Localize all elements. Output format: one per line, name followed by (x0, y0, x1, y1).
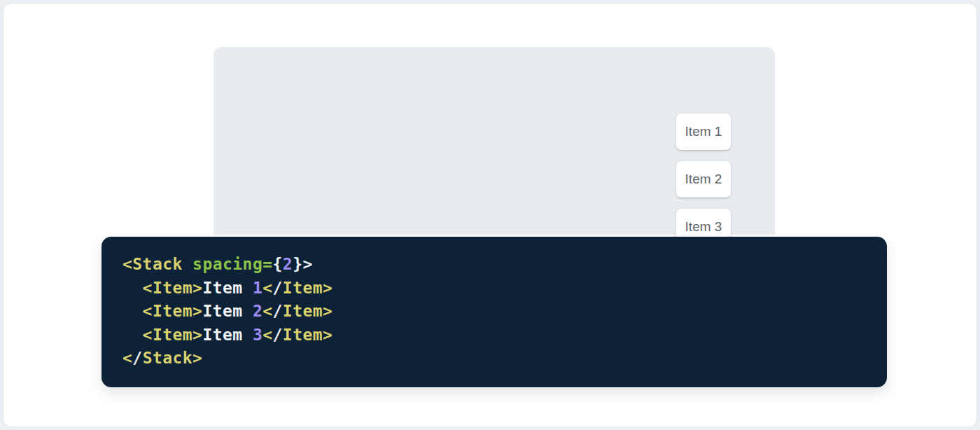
page: Item 1 Item 2 Item 3 <Stack spacing={2}>… (3, 3, 977, 427)
code-token-punct: / (273, 279, 283, 297)
stack-item-label: Item 2 (685, 172, 722, 187)
code-token-punct: / (273, 302, 283, 320)
code-token-tag: <Item> (143, 326, 203, 344)
code-token-num: 2 (283, 255, 293, 273)
code-token-tag: Item> (283, 279, 333, 297)
code-token-punct: { (273, 255, 283, 273)
code-token-num: 1 (253, 279, 262, 297)
code-line: <Item>Item 1</Item> (122, 277, 866, 300)
code-token-num: 3 (253, 326, 262, 344)
code-token-num: 2 (253, 302, 262, 320)
code-token-tag: < (262, 279, 272, 297)
code-line: <Item>Item 2</Item> (122, 300, 866, 324)
code-token-tag: < (262, 302, 272, 320)
code-token-text: Item (202, 302, 253, 320)
code-token-tag: Item> (283, 326, 333, 344)
code-token-text (122, 302, 143, 320)
code-token-tag: Item> (283, 302, 333, 320)
stack-item-label: Item 3 (685, 219, 722, 235)
code-token-attr: spacing= (192, 255, 272, 273)
code-token-tag: <Item> (143, 302, 203, 320)
code-line: </Stack> (122, 347, 866, 370)
code-token-punct: / (132, 349, 142, 367)
code-token-punct: }> (293, 255, 313, 273)
stack-item-label: Item 1 (685, 124, 722, 139)
code-token-text (122, 279, 143, 297)
code-token-tag: Stack> (143, 349, 203, 367)
code-token-text: Item (202, 279, 253, 297)
stack-item-card: Item 1 (676, 113, 731, 150)
code-block: <Stack spacing={2}> <Item>Item 1</Item> … (102, 237, 887, 387)
code-token-tag: < (122, 349, 132, 367)
code-token-text (122, 326, 143, 344)
code-line: <Item>Item 3</Item> (122, 324, 866, 347)
code-token-tag: <Stack (122, 255, 183, 273)
code-line: <Stack spacing={2}> (122, 253, 866, 277)
code-token-punct: / (273, 326, 283, 344)
stack-item-card: Item 2 (676, 161, 731, 197)
code-token-text: Item (202, 326, 253, 344)
code-token-tag: <Item> (143, 279, 203, 297)
code-token-text (183, 255, 192, 273)
code-token-tag: < (262, 326, 272, 344)
demo-preview-panel: Item 1 Item 2 Item 3 (214, 47, 775, 235)
